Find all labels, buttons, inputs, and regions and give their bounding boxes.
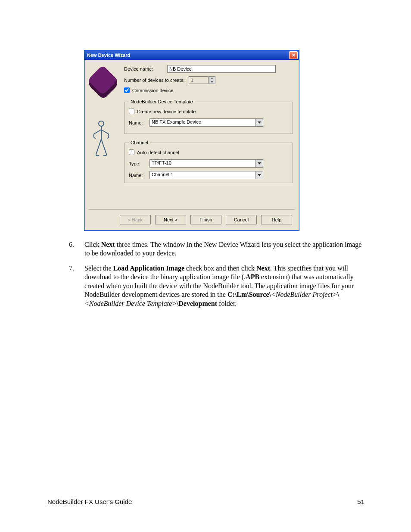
window-title: New Device Wizard bbox=[87, 53, 130, 58]
autodetect-checkbox[interactable]: Auto-detect channel bbox=[129, 149, 288, 155]
chevron-down-icon[interactable] bbox=[255, 119, 263, 126]
autodetect-label: Auto-detect channel bbox=[137, 150, 179, 155]
next-button[interactable]: Next > bbox=[155, 215, 186, 224]
num-devices-label: Number of devices to create: bbox=[124, 78, 189, 83]
template-name-label: Name: bbox=[129, 120, 149, 125]
new-device-wizard-dialog: New Device Wizard ✕ Device name: bbox=[84, 50, 299, 231]
instruction-text: 6. Click Next three times. The window in… bbox=[69, 240, 365, 314]
step-number: 6. bbox=[69, 240, 84, 258]
svg-point-0 bbox=[99, 121, 104, 126]
create-template-label: Create new device template bbox=[137, 109, 196, 114]
device-name-label: Device name: bbox=[124, 66, 167, 72]
channel-name-label: Name: bbox=[129, 173, 149, 178]
device-template-legend: NodeBuilder Device Template bbox=[129, 99, 195, 104]
close-icon[interactable]: ✕ bbox=[289, 51, 298, 59]
commission-device-checkbox[interactable]: Commission device bbox=[124, 87, 293, 93]
channel-type-label: Type: bbox=[129, 161, 149, 166]
channel-type-select[interactable]: TP/FT-10 bbox=[149, 159, 263, 168]
channel-name-select[interactable]: Channel 1 bbox=[149, 171, 263, 179]
chevron-down-icon[interactable] bbox=[255, 160, 263, 167]
num-devices-input[interactable] bbox=[189, 76, 209, 84]
channel-group: Channel Auto-detect channel Type: TP/FT-… bbox=[124, 140, 293, 183]
step-7-text: Select the Load Application Image check … bbox=[84, 264, 365, 308]
wizard-sidebar bbox=[88, 65, 120, 159]
step-number: 7. bbox=[69, 264, 84, 308]
separator bbox=[89, 209, 295, 210]
footer-title: NodeBuilder FX User's Guide bbox=[47, 498, 132, 505]
step-6-text: Click Next three times. The window in th… bbox=[84, 240, 365, 258]
device-name-input[interactable] bbox=[167, 65, 276, 73]
finish-button[interactable]: Finish bbox=[190, 215, 221, 224]
chevron-down-icon[interactable] bbox=[255, 171, 263, 179]
commission-device-label: Commission device bbox=[132, 88, 173, 93]
titlebar: New Device Wizard ✕ bbox=[84, 50, 299, 60]
back-button[interactable]: < Back bbox=[120, 215, 151, 224]
wizard-figure-icon bbox=[88, 119, 115, 158]
template-name-select[interactable]: NB FX Example Device bbox=[149, 118, 263, 127]
create-template-checkbox[interactable]: Create new device template bbox=[129, 109, 288, 114]
page-number: 51 bbox=[357, 498, 364, 505]
wizard-logo-icon bbox=[86, 65, 121, 100]
channel-legend: Channel bbox=[129, 140, 150, 145]
num-devices-spinner[interactable] bbox=[209, 76, 215, 84]
help-button[interactable]: Help bbox=[261, 215, 292, 224]
cancel-button[interactable]: Cancel bbox=[226, 215, 257, 224]
page-footer: NodeBuilder FX User's Guide 51 bbox=[47, 498, 364, 505]
device-template-group: NodeBuilder Device Template Create new d… bbox=[124, 99, 293, 134]
